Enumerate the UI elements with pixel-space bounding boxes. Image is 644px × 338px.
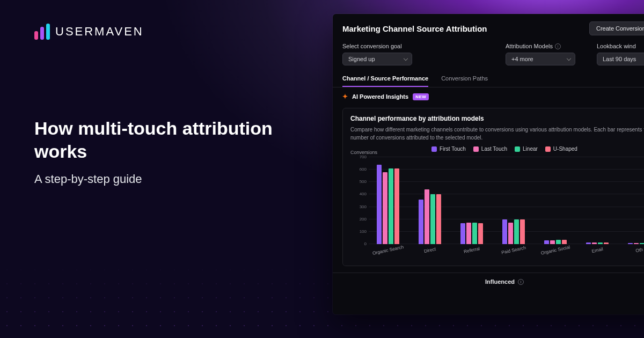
tabs: Channel / Source Performance Conversion … [333,71,644,87]
legend-label: U-Shaped [553,146,577,152]
bar[interactable] [466,223,471,245]
legend-swatch [473,146,479,152]
legend-swatch [515,146,520,152]
bar[interactable] [377,165,382,244]
bar-group: Organic Search [369,165,407,244]
headline: How multi-touch attribution works A step… [34,117,313,186]
x-axis-label: Direct [423,246,436,254]
new-badge: NEW [413,93,429,100]
models-select[interactable]: +4 more [506,53,575,65]
legend-item[interactable]: Linear [515,146,538,152]
legend-item[interactable]: Last Touch [473,146,507,152]
x-axis-label: Email [591,246,604,254]
bar-group: Organic Social [536,240,575,244]
x-axis-label: Paid Search [501,245,526,255]
bar[interactable] [472,223,477,245]
bar[interactable] [520,219,525,244]
info-icon: i [518,279,524,285]
bar-group: Oth [620,243,644,244]
bar[interactable] [628,243,633,244]
sparkle-icon: ✦ [342,93,348,100]
logo-text: USERMAVEN [55,25,144,39]
tab-conversion-paths[interactable]: Conversion Paths [441,71,488,87]
chart-legend: First TouchLast TouchLinearU-Shaped [350,146,644,152]
bar-group: Email [578,243,617,244]
lookback-label: Lookback wind [597,43,644,49]
bar[interactable] [502,219,507,244]
create-goal-button[interactable]: Create Conversion Goal [589,21,644,35]
bar[interactable] [508,223,513,245]
headline-title: How multi-touch attribution works [34,117,313,163]
legend-label: Linear [523,146,538,152]
legend-swatch [431,146,437,152]
card-description: Compare how different marketing channels… [350,126,644,142]
bar[interactable] [460,223,465,244]
legend-label: Last Touch [481,146,507,152]
logo-bars-icon [34,24,50,40]
bar[interactable] [544,240,549,244]
bar[interactable] [425,189,429,244]
tab-performance[interactable]: Channel / Source Performance [342,71,428,87]
bar-group: Referral [452,223,491,245]
bar[interactable] [598,243,603,244]
legend-swatch [545,146,551,152]
bar[interactable] [430,194,435,244]
lookback-select[interactable]: Last 90 days [597,53,644,65]
bar[interactable] [586,243,591,244]
x-axis-label: Oth [635,247,643,254]
legend-item[interactable]: U-Shaped [545,146,577,152]
chart-card: Channel performance by attribution model… [342,108,644,266]
bar[interactable] [604,243,609,244]
bar[interactable] [550,240,555,244]
bar[interactable] [389,168,393,244]
legend-label: First Touch [440,146,466,152]
bar[interactable] [436,194,441,244]
bar[interactable] [514,219,519,244]
bar[interactable] [394,168,399,244]
bar[interactable] [562,240,567,244]
models-label: Attribution Modelsi [506,43,575,49]
ai-insights-label: AI Powered Insights [352,93,408,100]
bar[interactable] [383,172,387,244]
app-preview: Marketing Channel Source Attribution Cre… [333,14,644,314]
bar[interactable] [634,243,639,244]
bar[interactable] [592,243,597,244]
x-axis-label: Organic Search [372,244,404,256]
x-axis-label: Referral [463,246,480,254]
headline-subtitle: A step-by-step guide [34,172,313,186]
x-axis-label: Organic Social [540,244,570,255]
bar[interactable] [556,240,561,244]
bar-group: Direct [411,189,449,244]
ai-insights-row[interactable]: ✦ AI Powered Insights NEW [333,87,644,106]
card-title: Channel performance by attribution model… [350,115,644,122]
bar[interactable] [419,200,423,244]
chart: Conversions 0100200300400500600700 Organ… [350,157,644,259]
goal-select[interactable]: Signed up [342,53,412,65]
goal-label: Select conversion goal [342,43,412,49]
info-icon: i [555,43,561,49]
legend-item[interactable]: First Touch [431,146,466,152]
influenced-tab[interactable]: Influenced i [333,273,644,290]
bar[interactable] [640,243,644,244]
bar[interactable] [478,223,483,244]
bar-group: Paid Search [494,219,533,244]
page-title: Marketing Channel Source Attribution [342,24,487,33]
brand-logo: USERMAVEN [34,24,144,40]
